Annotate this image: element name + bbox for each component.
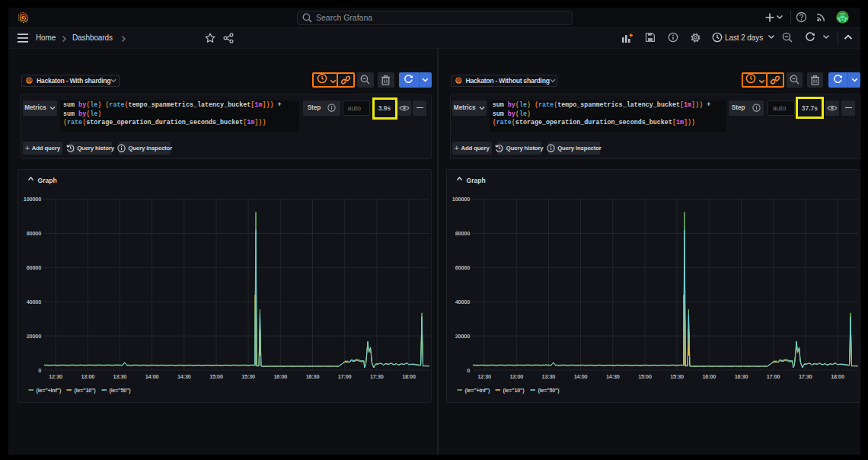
svg-text:17:00: 17:00 [767,373,780,380]
svg-text:40000: 40000 [455,299,470,305]
svg-text:14:30: 14:30 [177,373,190,380]
svg-text:16:30: 16:30 [305,373,319,380]
svg-text:14:30: 14:30 [606,373,620,380]
svg-text:16:00: 16:00 [703,373,716,380]
svg-text:80000: 80000 [455,230,470,237]
svg-text:(le="+Inf"): (le="+Inf") [36,387,61,394]
svg-text:13:00: 13:00 [81,373,94,380]
svg-text:0: 0 [467,367,470,374]
svg-text:100000: 100000 [23,196,40,203]
svg-text:0: 0 [38,367,41,374]
svg-text:(le="+Inf"): (le="+Inf") [465,387,490,394]
svg-text:(le="50"): (le="50") [538,387,560,394]
svg-text:15:00: 15:00 [638,373,652,380]
svg-text:13:30: 13:30 [113,373,126,380]
svg-text:40000: 40000 [26,299,40,305]
svg-text:18:00: 18:00 [831,373,844,380]
svg-text:16:00: 16:00 [273,373,287,380]
svg-text:15:00: 15:00 [209,373,223,380]
svg-text:13:30: 13:30 [542,373,556,380]
svg-text:17:00: 17:00 [337,373,351,380]
svg-text:17:30: 17:30 [799,373,812,380]
svg-text:15:30: 15:30 [241,373,255,380]
svg-text:18:00: 18:00 [402,373,416,380]
svg-text:15:30: 15:30 [670,373,684,380]
svg-text:Graph: Graph [467,177,486,184]
svg-text:17:30: 17:30 [369,373,383,380]
svg-text:60000: 60000 [455,264,470,271]
svg-text:13:00: 13:00 [510,373,524,380]
svg-text:12:30: 12:30 [49,373,62,380]
svg-text:14:00: 14:00 [574,373,588,380]
svg-text:20000: 20000 [455,333,470,340]
svg-text:Graph: Graph [37,177,56,184]
svg-text:14:00: 14:00 [145,373,158,380]
svg-text:(le="50"): (le="50") [109,387,131,394]
svg-text:100000: 100000 [452,196,470,203]
svg-text:16:30: 16:30 [735,373,748,380]
svg-text:60000: 60000 [26,264,40,271]
svg-text:12:30: 12:30 [477,373,491,380]
svg-text:(le="10"): (le="10") [503,387,525,394]
svg-text:(le="10"): (le="10") [74,387,96,394]
svg-text:80000: 80000 [26,230,40,237]
svg-text:20000: 20000 [26,333,40,340]
